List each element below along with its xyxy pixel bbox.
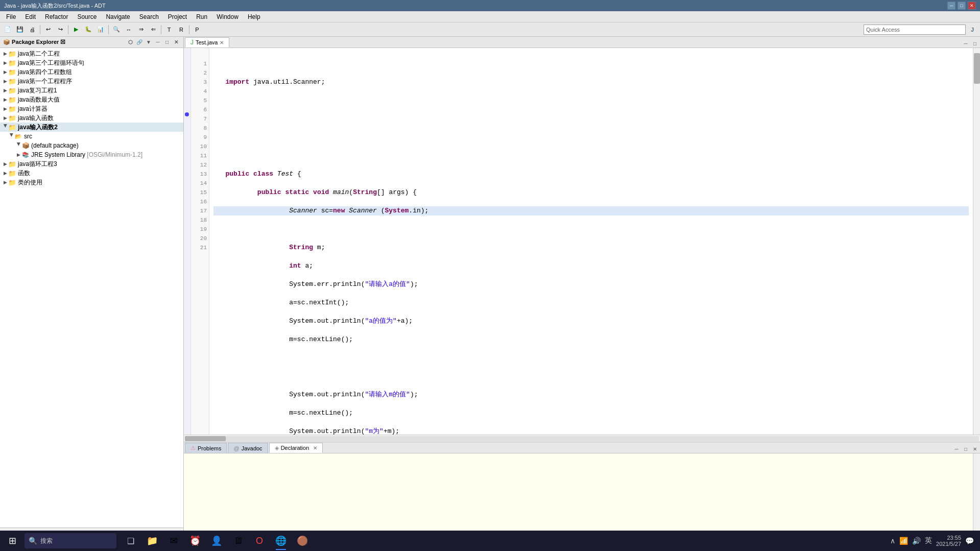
tb-open-res-button[interactable]: R xyxy=(176,24,187,35)
editor-vscroll-thumb[interactable] xyxy=(974,53,980,84)
tab-close-button[interactable]: ✕ xyxy=(220,40,224,45)
project-java-input2[interactable]: ▶ 📁 java输入函数2 xyxy=(0,123,183,132)
tray-expand-icon[interactable]: ∧ xyxy=(890,537,895,545)
project-icon: 📁 xyxy=(8,105,16,113)
menu-file[interactable]: File xyxy=(2,12,20,21)
language-icon[interactable]: 英 xyxy=(925,536,932,545)
project-java-calc[interactable]: ▶ 📁 java计算器 xyxy=(0,104,183,113)
editor-vertical-scrollbar[interactable] xyxy=(973,48,980,435)
line-num: 4 xyxy=(191,87,209,96)
tb-print-button[interactable]: 🖨 xyxy=(27,24,38,35)
project-java-review1[interactable]: ▶ 📁 java复习工程1 xyxy=(0,86,183,95)
menu-project[interactable]: Project xyxy=(164,12,191,21)
clock-display[interactable]: 23:55 2021/5/27 xyxy=(936,535,961,547)
tab-problems[interactable]: ⚠ Problems xyxy=(185,443,227,453)
tb-perspectives-button[interactable]: P xyxy=(192,24,203,35)
tb-run-button[interactable]: ▶ xyxy=(70,24,82,35)
project-label: 函数 xyxy=(18,169,30,178)
code-line-5 xyxy=(213,151,969,160)
minimize-button[interactable]: ─ xyxy=(947,2,955,10)
src-folder[interactable]: ▶ 📂 src xyxy=(0,132,183,141)
close-button[interactable]: ✕ xyxy=(968,2,976,10)
tb-undo-button[interactable]: ↩ xyxy=(42,24,54,35)
start-button[interactable]: ⊞ xyxy=(2,531,22,551)
code-line-10: String m; xyxy=(213,243,969,252)
bottom-close-icon[interactable]: ✕ xyxy=(971,445,979,453)
jre-library[interactable]: ▶ 📚 JRE System Library [OSGi/Minimum-1.2… xyxy=(0,150,183,159)
quick-access-input[interactable]: Quick Access xyxy=(864,25,966,35)
taskbar-search[interactable]: 🔍 搜索 xyxy=(25,533,116,548)
menu-navigate[interactable]: Navigate xyxy=(102,12,134,21)
menu-window[interactable]: Window xyxy=(212,12,243,21)
bottom-minimize-icon[interactable]: ─ xyxy=(952,445,961,453)
project-java2[interactable]: ▶ 📁 java第二个工程 xyxy=(0,49,183,58)
tb-save-button[interactable]: 💾 xyxy=(14,24,26,35)
editor-maximize-icon[interactable]: □ xyxy=(971,39,979,47)
project-java-max[interactable]: ▶ 📁 java函数最大值 xyxy=(0,95,183,104)
sidebar-close-icon[interactable]: ✕ xyxy=(172,38,180,46)
tb-new-button[interactable]: 📄 xyxy=(2,24,13,35)
editor-tabs-right-icons: ─ □ xyxy=(962,39,980,47)
tb-prev-button[interactable]: ⇐ xyxy=(148,24,159,35)
bottom-panel: ⚠ Problems @ Javadoc ◈ Declaration ✕ ─ □… xyxy=(184,442,980,539)
bottom-vertical-scrollbar[interactable] xyxy=(973,453,980,532)
taskbar-clock[interactable]: ⏰ xyxy=(185,531,205,551)
tb-profile-button[interactable]: 📊 xyxy=(95,24,106,35)
taskbar-user[interactable]: 👤 xyxy=(206,531,227,551)
wifi-icon[interactable]: 📶 xyxy=(899,537,908,545)
code-line-17 xyxy=(213,372,969,381)
menu-edit[interactable]: Edit xyxy=(21,12,40,21)
menu-run[interactable]: Run xyxy=(192,12,211,21)
editor-tab-test-java[interactable]: J Test.java ✕ xyxy=(185,37,229,47)
tb-java-perspective[interactable]: J xyxy=(967,24,978,35)
maximize-button[interactable]: □ xyxy=(958,2,966,10)
sidebar-minimize-icon[interactable]: ─ xyxy=(154,38,162,46)
taskbar-mail[interactable]: ✉ xyxy=(163,531,184,551)
tb-redo-button[interactable]: ↪ xyxy=(55,24,66,35)
tab-declaration-close[interactable]: ✕ xyxy=(313,445,317,451)
notifications-icon[interactable]: 💬 xyxy=(965,537,974,545)
tb-next-button[interactable]: ⇒ xyxy=(135,24,147,35)
editor-hscroll-thumb[interactable] xyxy=(185,436,226,441)
project-class-usage[interactable]: ▶ 📁 类的使用 xyxy=(0,178,183,187)
default-package[interactable]: ▶ 📦 (default package) xyxy=(0,141,183,150)
tb-ref-button[interactable]: ↔ xyxy=(123,24,134,35)
project-label: java第二个工程 xyxy=(18,50,60,58)
volume-icon[interactable]: 🔊 xyxy=(912,537,921,545)
line-num: 2 xyxy=(191,68,209,78)
taskbar-file-explorer[interactable]: 📁 xyxy=(142,531,162,551)
project-java-input1[interactable]: ▶ 📁 java输入函数 xyxy=(0,113,183,123)
project-java3-loop[interactable]: ▶ 📁 java第三个工程循环语句 xyxy=(0,58,183,67)
editor-horizontal-scrollbar[interactable] xyxy=(184,435,980,442)
sidebar-collapse-all-icon[interactable]: ⬡ xyxy=(126,38,134,46)
tab-javadoc[interactable]: @ Javadoc xyxy=(228,443,268,453)
taskbar-task-view[interactable]: ❑ xyxy=(121,531,141,551)
editor-minimize-icon[interactable]: ─ xyxy=(962,39,970,47)
project-icon: 📁 xyxy=(8,59,16,67)
menu-help[interactable]: Help xyxy=(244,12,265,21)
menu-search[interactable]: Search xyxy=(135,12,163,21)
project-java-loop3[interactable]: ▶ 📁 java循环工程3 xyxy=(0,159,183,169)
project-java1[interactable]: ▶ 📁 java第一个工程程序 xyxy=(0,77,183,86)
bottom-panel-right-icons: ─ □ ✕ xyxy=(952,445,980,453)
bottom-maximize-icon[interactable]: □ xyxy=(962,445,970,453)
tb-debug-button[interactable]: 🐛 xyxy=(83,24,94,35)
code-line-19: m=sc.nextLine(); xyxy=(213,409,969,418)
project-functions[interactable]: ▶ 📁 函数 xyxy=(0,169,183,178)
tb-search-button[interactable]: 🔍 xyxy=(111,24,122,35)
sidebar-link-editor-icon[interactable]: 🔗 xyxy=(135,38,144,46)
code-editor[interactable]: import java.util.Scanner; public class T… xyxy=(209,48,973,435)
tab-problems-label: Problems xyxy=(198,445,221,451)
project-java4-array[interactable]: ▶ 📁 java第四个工程数组 xyxy=(0,67,183,77)
taskbar-display[interactable]: 🖥 xyxy=(228,531,248,551)
taskbar-vpn[interactable]: 🟤 xyxy=(292,531,313,551)
menu-source[interactable]: Source xyxy=(73,12,101,21)
tb-open-type-button[interactable]: T xyxy=(163,24,175,35)
sidebar-view-menu-icon[interactable]: ▼ xyxy=(145,38,153,46)
editor-hscroll-track[interactable] xyxy=(185,436,979,441)
tab-declaration[interactable]: ◈ Declaration ✕ xyxy=(269,443,323,453)
taskbar-opera[interactable]: O xyxy=(249,531,270,551)
taskbar-edge[interactable]: 🌐 xyxy=(271,531,291,551)
menu-refactor[interactable]: Refactor xyxy=(41,12,72,21)
sidebar-maximize-icon[interactable]: □ xyxy=(163,38,171,46)
